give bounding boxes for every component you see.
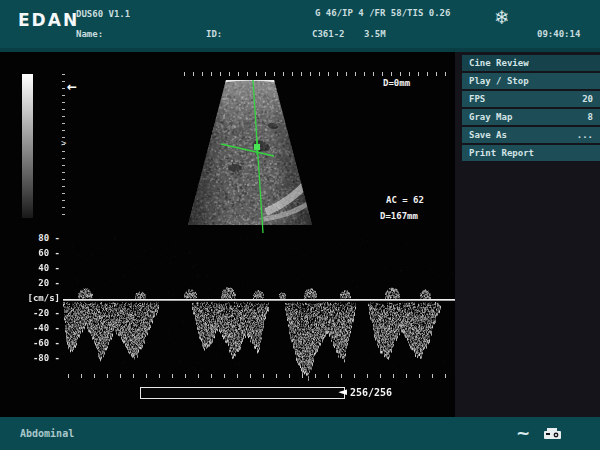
menu-item-label: Print Report (469, 145, 534, 161)
time-scale-ticks (68, 374, 456, 378)
velocity-scale-label: -60 - (6, 338, 60, 348)
grayscale-map-bar (22, 74, 33, 218)
menu-item-fps[interactable]: FPS 20 (462, 91, 600, 107)
distance-measurement-readout: D=167mm (380, 211, 418, 221)
velocity-scale-label: 40 - (6, 263, 60, 273)
menu-item-print-report[interactable]: Print Report (462, 145, 600, 161)
freeze-snowflake-icon: ❄ (494, 6, 510, 28)
ultrasound-screen: EDAN DUS60 V1.1 Name: ID: G 46/IP 4 /FR … (0, 0, 600, 450)
body-mark-icon: ~ (516, 423, 530, 443)
exam-mode-label: Abdominal (20, 428, 74, 439)
printer-icon[interactable] (543, 427, 563, 441)
top-info-bar: EDAN DUS60 V1.1 Name: ID: G 46/IP 4 /FR … (0, 0, 600, 52)
velocity-scale-label: -20 - (6, 308, 60, 318)
focus-position-marker: > (61, 138, 66, 148)
velocity-scale-label: 60 - (6, 248, 60, 258)
status-bar: Abdominal ~ (0, 417, 600, 450)
menu-item-label: Play / Stop (469, 73, 529, 89)
system-version: DUS60 V1.1 (76, 9, 130, 19)
spectral-doppler-trace (63, 233, 455, 383)
velocity-unit-label: [cm/s] (6, 293, 60, 303)
imaging-parameters: G 46/IP 4 /FR 58/TIS 0.26 (315, 8, 450, 18)
menu-item-label: Save As (469, 127, 507, 143)
probe-frequency: 3.5M (364, 29, 386, 39)
menu-item-play-stop[interactable]: Play / Stop (462, 73, 600, 89)
edan-logo: EDAN (18, 10, 79, 30)
velocity-scale-label: -40 - (6, 323, 60, 333)
menu-item-label: Gray Map (469, 109, 512, 125)
ac-measurement-readout: AC = 62 (386, 195, 424, 205)
menu-item-value: 20 (582, 91, 593, 107)
velocity-scale-label: 80 - (6, 233, 60, 243)
probe-model: C361-2 (312, 29, 345, 39)
orientation-arrow-icon: ← (67, 80, 77, 94)
patient-id-label: ID: (206, 29, 222, 39)
velocity-scale-label: 20 - (6, 278, 60, 288)
menu-item-cine-review[interactable]: Cine Review (462, 55, 600, 71)
depth-readout: D=0mm (383, 78, 410, 88)
menu-item-gray-map[interactable]: Gray Map 8 (462, 109, 600, 125)
menu-item-save-as[interactable]: Save As ... (462, 127, 600, 143)
cine-progress-bar[interactable]: ◄ (140, 387, 345, 399)
patient-name-label: Name: (76, 29, 103, 39)
menu-item-value: ... (577, 127, 593, 143)
cine-cursor-icon[interactable]: ◄ (339, 385, 347, 399)
menu-item-label: FPS (469, 91, 485, 107)
menu-item-value: 8 (588, 109, 593, 125)
soft-menu-panel: Cine Review Play / Stop FPS 20 Gray Map … (455, 52, 600, 417)
menu-item-label: Cine Review (469, 55, 529, 71)
image-display-area: ← > D=0mm AC = 62 D=167mm 80 - 60 - 40 -… (0, 52, 455, 417)
cine-frame-counter: 256/256 (350, 387, 392, 398)
velocity-scale-label: -80 - (6, 353, 60, 363)
clock: 09:40:14 (537, 29, 580, 39)
measurement-caliper-overlay (175, 68, 325, 238)
